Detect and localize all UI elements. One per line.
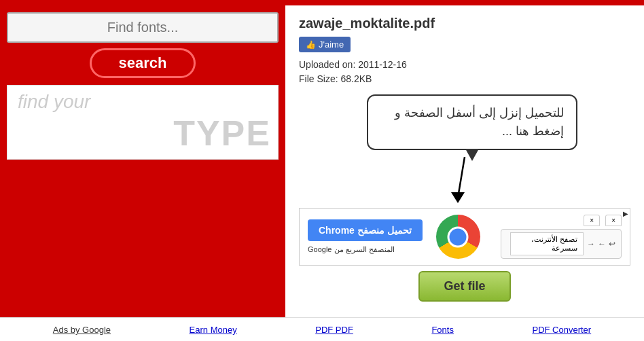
google-text: المنصفح السريع من Google (308, 245, 395, 254)
bubble-text-line1: للتحميل إنزل إلى أسفل الصفحة و (395, 106, 564, 120)
links-bar: Ads by Google Earn Money PDF PDF Fonts P… (0, 317, 644, 341)
pdf-pdf-link[interactable]: PDF PDF (315, 325, 353, 335)
get-file-container: Get file (299, 271, 630, 302)
find-fonts-input[interactable] (7, 12, 279, 43)
find-your-text: find your (7, 91, 90, 113)
svg-line-0 (458, 157, 465, 198)
svg-marker-1 (451, 192, 465, 203)
back-icon: ← (598, 239, 606, 249)
ad-banner: ▶ تحميل منصفح Chrome المنصفح السريع من G… (299, 208, 630, 266)
bubble-text-line2: إضغط هنا ... (502, 124, 564, 138)
tab2-close: × (590, 217, 594, 224)
ad-left: تحميل منصفح Chrome المنصفح السريع من Goo… (308, 219, 423, 254)
chrome-download-button[interactable]: تحميل منصفح Chrome (308, 219, 423, 241)
top-bar (0, 0, 644, 5)
file-title: zawaje_moktalite.pdf (299, 16, 630, 31)
ad-label: ▶ (623, 210, 628, 217)
file-size: File Size: 68.2KB (299, 73, 630, 84)
type-text: TYPE (173, 113, 278, 154)
arrow-icon (444, 157, 485, 204)
pdf-converter-link[interactable]: PDF Converter (532, 325, 591, 335)
url-bar: تصفح الأنترنت، سسرعة (510, 232, 584, 255)
upload-date: Uploaded on: 2011-12-16 (299, 59, 630, 70)
arrow-container (299, 157, 630, 204)
like-button[interactable]: J'aime (299, 37, 351, 52)
sidebar: search find your TYPE (0, 5, 285, 317)
ads-by-google-link[interactable]: Ads by Google (53, 325, 111, 335)
browser-tab-2: × (584, 215, 600, 226)
right-content: zawaje_moktalite.pdf J'aime Uploaded on:… (285, 5, 644, 317)
browser-mockup: ↩ ← → تصفح الأنترنت، سسرعة (501, 229, 622, 259)
fonts-link[interactable]: Fonts (431, 325, 454, 335)
browser-tab-1: × (605, 215, 622, 226)
undo-icon: ↩ (609, 239, 615, 249)
earn-money-link[interactable]: Earn Money (190, 325, 237, 335)
forward-icon: → (587, 239, 595, 249)
tab1-close: × (611, 217, 615, 224)
search-button[interactable]: search (90, 48, 196, 78)
speech-bubble: للتحميل إنزل إلى أسفل الصفحة و إضغط هنا … (367, 94, 577, 150)
get-file-button[interactable]: Get file (418, 271, 510, 302)
ad-right: × × ↩ ← → تصفح الأنترنت، سسرعة (501, 215, 622, 259)
chrome-logo (436, 215, 480, 259)
nav-buttons: ↩ ← → (587, 239, 615, 249)
font-banner: find your TYPE (7, 85, 279, 160)
